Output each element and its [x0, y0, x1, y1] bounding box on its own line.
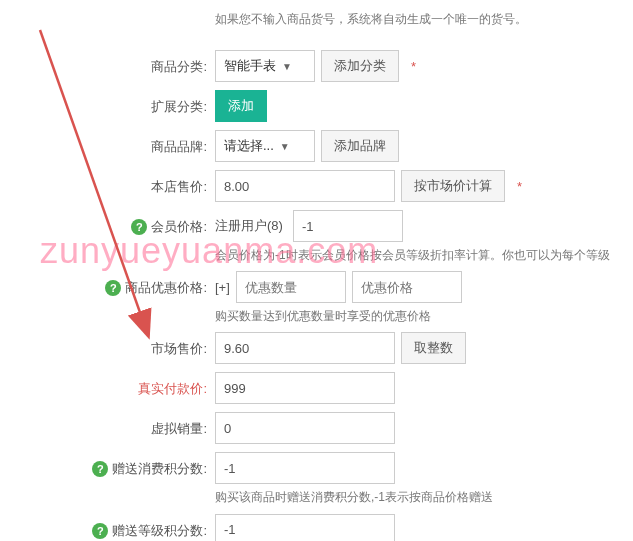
real-pay-input[interactable]: [215, 372, 395, 404]
category-select[interactable]: 智能手表 ▼: [215, 50, 315, 82]
label-volume-price: 商品优惠价格:: [125, 279, 207, 297]
add-ext-category-button[interactable]: 添加: [215, 90, 267, 122]
row-category: 商品分类: 智能手表 ▼ 添加分类 *: [0, 50, 633, 84]
sku-hint: 如果您不输入商品货号，系统将自动生成一个唯一的货号。: [215, 10, 633, 29]
product-form: 如果您不输入商品货号，系统将自动生成一个唯一的货号。 商品分类: 智能手表 ▼ …: [0, 0, 633, 541]
row-rank-points: ? 赠送等级积分数: 购买该商品时赠送等级积分数,-1表示按商品价格赠送: [0, 514, 633, 541]
rank-points-input[interactable]: [215, 514, 395, 541]
row-real-pay: 真实付款价:: [0, 372, 633, 406]
help-icon[interactable]: ?: [105, 280, 121, 296]
label-real-pay: 真实付款价:: [138, 380, 207, 398]
category-selected: 智能手表: [224, 57, 276, 75]
add-brand-button[interactable]: 添加品牌: [321, 130, 399, 162]
help-icon[interactable]: ?: [131, 219, 147, 235]
label-shop-price: 本店售价:: [151, 178, 207, 196]
help-icon[interactable]: ?: [92, 523, 108, 539]
virtual-sales-input[interactable]: [215, 412, 395, 444]
reg-user-prefix: 注册用户(8): [215, 217, 287, 235]
required-mark: *: [411, 59, 416, 74]
brand-selected: 请选择...: [224, 137, 274, 155]
volume-price-input[interactable]: [352, 271, 462, 303]
chevron-down-icon: ▼: [280, 141, 290, 152]
label-ext-category: 扩展分类:: [151, 98, 207, 116]
row-volume-price: ? 商品优惠价格: [+] 购买数量达到优惠数量时享受的优惠价格: [0, 271, 633, 326]
row-member-price: ? 会员价格: 注册用户(8) 会员价格为-1时表示会员价格按会员等级折扣率计算…: [0, 210, 633, 265]
round-button[interactable]: 取整数: [401, 332, 466, 364]
row-sku-hint: 如果您不输入商品货号，系统将自动生成一个唯一的货号。: [0, 10, 633, 44]
label-consume-points: 赠送消费积分数:: [112, 460, 207, 478]
shop-price-input[interactable]: [215, 170, 395, 202]
label-virtual-sales: 虚拟销量:: [151, 420, 207, 438]
brand-select[interactable]: 请选择... ▼: [215, 130, 315, 162]
add-volume-row[interactable]: [+]: [215, 280, 230, 295]
row-brand: 商品品牌: 请选择... ▼ 添加品牌: [0, 130, 633, 164]
row-ext-category: 扩展分类: 添加: [0, 90, 633, 124]
member-price-hint: 会员价格为-1时表示会员价格按会员等级折扣率计算。你也可以为每个等级: [215, 246, 633, 265]
chevron-down-icon: ▼: [282, 61, 292, 72]
label-market-price: 市场售价:: [151, 340, 207, 358]
label-member-price: 会员价格:: [151, 218, 207, 236]
label-rank-points: 赠送等级积分数:: [112, 522, 207, 540]
member-price-input[interactable]: [293, 210, 403, 242]
required-mark: *: [517, 179, 522, 194]
help-icon[interactable]: ?: [92, 461, 108, 477]
market-price-input[interactable]: [215, 332, 395, 364]
consume-points-input[interactable]: [215, 452, 395, 484]
volume-price-hint: 购买数量达到优惠数量时享受的优惠价格: [215, 307, 633, 326]
row-consume-points: ? 赠送消费积分数: 购买该商品时赠送消费积分数,-1表示按商品价格赠送: [0, 452, 633, 507]
add-category-button[interactable]: 添加分类: [321, 50, 399, 82]
row-shop-price: 本店售价: 按市场价计算 *: [0, 170, 633, 204]
calc-market-button[interactable]: 按市场价计算: [401, 170, 505, 202]
volume-qty-input[interactable]: [236, 271, 346, 303]
label-category: 商品分类:: [151, 58, 207, 76]
consume-points-hint: 购买该商品时赠送消费积分数,-1表示按商品价格赠送: [215, 488, 633, 507]
row-market-price: 市场售价: 取整数: [0, 332, 633, 366]
label-brand: 商品品牌:: [151, 138, 207, 156]
row-virtual-sales: 虚拟销量:: [0, 412, 633, 446]
